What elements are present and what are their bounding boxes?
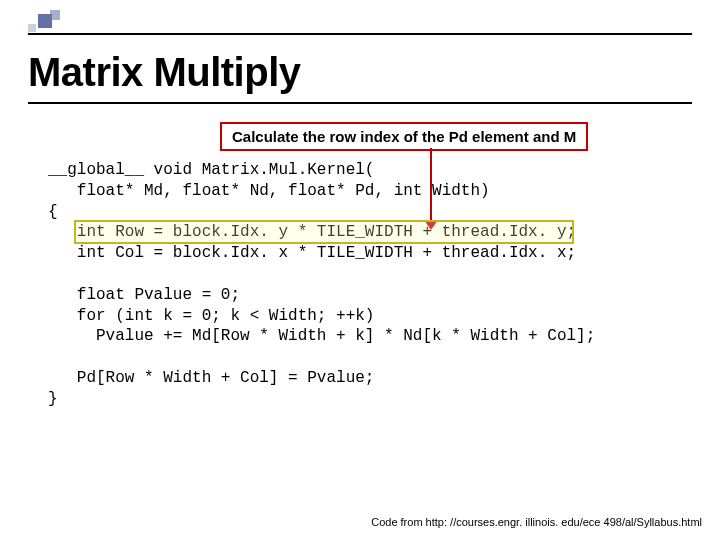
- deco-square: [28, 24, 36, 32]
- code-line: Pd[Row * Width + Col] = Pvalue;: [48, 369, 374, 387]
- code-line: for (int k = 0; k < Width; ++k): [48, 307, 374, 325]
- code-line: float Pvalue = 0;: [48, 286, 240, 304]
- code-line: {: [48, 203, 58, 221]
- code-line: __global__ void Matrix.Mul.Kernel(: [48, 161, 374, 179]
- credit-line: Code from http: //courses.engr. illinois…: [371, 516, 702, 528]
- slide-title: Matrix Multiply: [28, 50, 301, 95]
- code-block: __global__ void Matrix.Mul.Kernel( float…: [48, 160, 672, 410]
- code-line: float* Md, float* Nd, float* Pd, int Wid…: [48, 182, 490, 200]
- callout-box: Calculate the row index of the Pd elemen…: [220, 122, 588, 151]
- code-line: int Col = block.Idx. x * TILE_WIDTH + th…: [48, 244, 576, 262]
- code-line: }: [48, 390, 58, 408]
- top-rule: [28, 33, 692, 35]
- deco-square: [50, 10, 60, 20]
- code-line: int Row = block.Idx. y * TILE_WIDTH + th…: [48, 223, 576, 241]
- code-line: Pvalue += Md[Row * Width + k] * Nd[k * W…: [48, 327, 595, 345]
- title-rule: [28, 102, 692, 104]
- slide-decoration: [28, 10, 108, 34]
